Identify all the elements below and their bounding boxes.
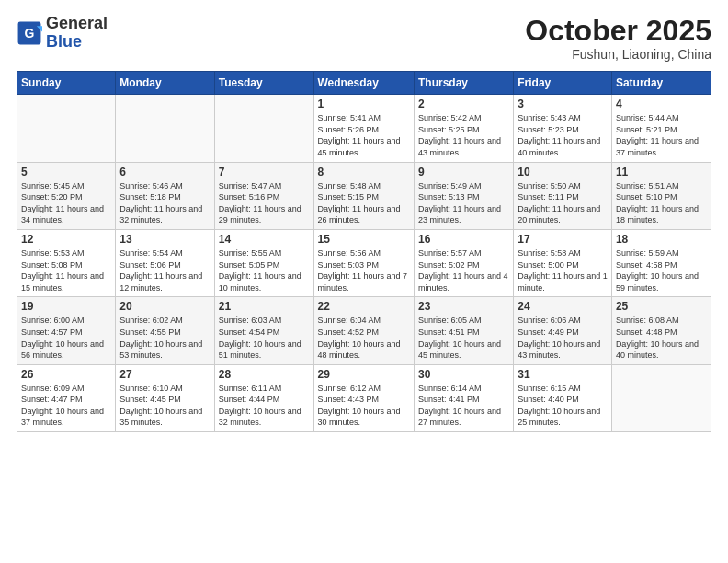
header-monday: Monday [116, 72, 214, 95]
table-row: 3Sunrise: 5:43 AM Sunset: 5:23 PM Daylig… [514, 95, 612, 162]
day-info: Sunrise: 6:05 AM Sunset: 4:51 PM Dayligh… [418, 315, 509, 361]
calendar-table: Sunday Monday Tuesday Wednesday Thursday… [17, 71, 711, 432]
day-number: 31 [518, 368, 608, 381]
table-row: 17Sunrise: 5:58 AM Sunset: 5:00 PM Dayli… [514, 229, 612, 296]
day-info: Sunrise: 6:12 AM Sunset: 4:43 PM Dayligh… [318, 383, 410, 429]
day-number: 12 [21, 233, 111, 246]
table-row: 29Sunrise: 6:12 AM Sunset: 4:43 PM Dayli… [313, 364, 414, 431]
logo-icon: G [17, 20, 42, 46]
logo: G General Blue [17, 15, 108, 52]
table-row: 16Sunrise: 5:57 AM Sunset: 5:02 PM Dayli… [414, 229, 513, 296]
table-row: 1Sunrise: 5:41 AM Sunset: 5:26 PM Daylig… [313, 95, 414, 162]
table-row: 15Sunrise: 5:56 AM Sunset: 5:03 PM Dayli… [313, 229, 414, 296]
calendar-page: G General Blue October 2025 Fushun, Liao… [0, 0, 728, 563]
day-number: 21 [219, 300, 310, 313]
day-info: Sunrise: 5:57 AM Sunset: 5:02 PM Dayligh… [418, 247, 509, 293]
day-info: Sunrise: 6:00 AM Sunset: 4:57 PM Dayligh… [21, 315, 111, 361]
week-row-4: 19Sunrise: 6:00 AM Sunset: 4:57 PM Dayli… [17, 297, 711, 364]
day-info: Sunrise: 5:58 AM Sunset: 5:00 PM Dayligh… [518, 247, 608, 293]
week-row-5: 26Sunrise: 6:09 AM Sunset: 4:47 PM Dayli… [17, 364, 711, 431]
day-info: Sunrise: 5:51 AM Sunset: 5:10 PM Dayligh… [616, 180, 707, 226]
svg-text:G: G [25, 25, 35, 40]
day-info: Sunrise: 5:46 AM Sunset: 5:18 PM Dayligh… [119, 180, 210, 226]
table-row: 20Sunrise: 6:02 AM Sunset: 4:55 PM Dayli… [116, 297, 214, 364]
weekday-header-row: Sunday Monday Tuesday Wednesday Thursday… [17, 72, 711, 95]
day-info: Sunrise: 6:06 AM Sunset: 4:49 PM Dayligh… [518, 315, 608, 361]
day-number: 30 [418, 368, 509, 381]
day-info: Sunrise: 5:49 AM Sunset: 5:13 PM Dayligh… [418, 180, 509, 226]
day-number: 23 [418, 300, 509, 313]
header-sunday: Sunday [17, 72, 116, 95]
day-number: 3 [518, 98, 608, 110]
table-row: 31Sunrise: 6:15 AM Sunset: 4:40 PM Dayli… [514, 364, 612, 431]
day-number: 4 [616, 98, 707, 110]
day-number: 28 [219, 368, 310, 381]
day-info: Sunrise: 6:11 AM Sunset: 4:44 PM Dayligh… [219, 383, 310, 429]
day-number: 9 [418, 166, 509, 178]
day-info: Sunrise: 5:43 AM Sunset: 5:23 PM Dayligh… [518, 112, 608, 158]
day-info: Sunrise: 5:45 AM Sunset: 5:20 PM Dayligh… [21, 180, 111, 226]
table-row: 30Sunrise: 6:14 AM Sunset: 4:41 PM Dayli… [414, 364, 513, 431]
day-info: Sunrise: 5:48 AM Sunset: 5:15 PM Dayligh… [318, 180, 410, 226]
day-info: Sunrise: 6:14 AM Sunset: 4:41 PM Dayligh… [418, 383, 509, 429]
table-row [214, 95, 313, 162]
table-row: 27Sunrise: 6:10 AM Sunset: 4:45 PM Dayli… [116, 364, 214, 431]
day-number: 1 [318, 98, 410, 110]
table-row: 12Sunrise: 5:53 AM Sunset: 5:08 PM Dayli… [17, 229, 116, 296]
day-number: 26 [21, 368, 111, 381]
day-number: 13 [119, 233, 210, 246]
logo-general-text: General [46, 14, 108, 32]
day-number: 14 [219, 233, 310, 246]
header-saturday: Saturday [611, 72, 711, 95]
day-info: Sunrise: 5:54 AM Sunset: 5:06 PM Dayligh… [119, 247, 210, 293]
week-row-2: 5Sunrise: 5:45 AM Sunset: 5:20 PM Daylig… [17, 162, 711, 229]
day-info: Sunrise: 5:42 AM Sunset: 5:25 PM Dayligh… [418, 112, 509, 158]
day-info: Sunrise: 6:09 AM Sunset: 4:47 PM Dayligh… [21, 383, 111, 429]
day-info: Sunrise: 5:56 AM Sunset: 5:03 PM Dayligh… [318, 247, 410, 293]
table-row: 5Sunrise: 5:45 AM Sunset: 5:20 PM Daylig… [17, 162, 116, 229]
day-number: 10 [518, 166, 608, 178]
table-row: 22Sunrise: 6:04 AM Sunset: 4:52 PM Dayli… [313, 297, 414, 364]
day-number: 15 [318, 233, 410, 246]
table-row: 7Sunrise: 5:47 AM Sunset: 5:16 PM Daylig… [214, 162, 313, 229]
day-number: 29 [318, 368, 410, 381]
day-info: Sunrise: 6:04 AM Sunset: 4:52 PM Dayligh… [318, 315, 410, 361]
day-info: Sunrise: 5:44 AM Sunset: 5:21 PM Dayligh… [616, 112, 707, 158]
day-number: 27 [119, 368, 210, 381]
day-number: 22 [318, 300, 410, 313]
table-row [116, 95, 214, 162]
header-wednesday: Wednesday [313, 72, 414, 95]
day-info: Sunrise: 5:50 AM Sunset: 5:11 PM Dayligh… [518, 180, 608, 226]
table-row: 2Sunrise: 5:42 AM Sunset: 5:25 PM Daylig… [414, 95, 513, 162]
day-number: 24 [518, 300, 608, 313]
table-row [611, 364, 711, 431]
header-thursday: Thursday [414, 72, 513, 95]
day-info: Sunrise: 5:59 AM Sunset: 4:58 PM Dayligh… [616, 247, 707, 293]
table-row: 11Sunrise: 5:51 AM Sunset: 5:10 PM Dayli… [611, 162, 711, 229]
page-header: G General Blue October 2025 Fushun, Liao… [17, 15, 711, 62]
header-friday: Friday [514, 72, 612, 95]
day-number: 7 [219, 166, 310, 178]
table-row: 28Sunrise: 6:11 AM Sunset: 4:44 PM Dayli… [214, 364, 313, 431]
table-row: 10Sunrise: 5:50 AM Sunset: 5:11 PM Dayli… [514, 162, 612, 229]
table-row: 21Sunrise: 6:03 AM Sunset: 4:54 PM Dayli… [214, 297, 313, 364]
table-row: 19Sunrise: 6:00 AM Sunset: 4:57 PM Dayli… [17, 297, 116, 364]
table-row: 26Sunrise: 6:09 AM Sunset: 4:47 PM Dayli… [17, 364, 116, 431]
day-info: Sunrise: 5:53 AM Sunset: 5:08 PM Dayligh… [21, 247, 111, 293]
day-number: 17 [518, 233, 608, 246]
table-row: 13Sunrise: 5:54 AM Sunset: 5:06 PM Dayli… [116, 229, 214, 296]
table-row: 18Sunrise: 5:59 AM Sunset: 4:58 PM Dayli… [611, 229, 711, 296]
logo-blue-text: Blue [46, 32, 82, 51]
table-row: 8Sunrise: 5:48 AM Sunset: 5:15 PM Daylig… [313, 162, 414, 229]
day-info: Sunrise: 6:10 AM Sunset: 4:45 PM Dayligh… [119, 383, 210, 429]
table-row: 6Sunrise: 5:46 AM Sunset: 5:18 PM Daylig… [116, 162, 214, 229]
day-info: Sunrise: 6:08 AM Sunset: 4:48 PM Dayligh… [616, 315, 707, 361]
header-tuesday: Tuesday [214, 72, 313, 95]
month-title: October 2025 [525, 15, 711, 47]
day-number: 2 [418, 98, 509, 110]
day-info: Sunrise: 5:41 AM Sunset: 5:26 PM Dayligh… [318, 112, 410, 158]
location-text: Fushun, Liaoning, China [525, 47, 711, 62]
day-info: Sunrise: 6:03 AM Sunset: 4:54 PM Dayligh… [219, 315, 310, 361]
table-row: 9Sunrise: 5:49 AM Sunset: 5:13 PM Daylig… [414, 162, 513, 229]
day-number: 25 [616, 300, 707, 313]
